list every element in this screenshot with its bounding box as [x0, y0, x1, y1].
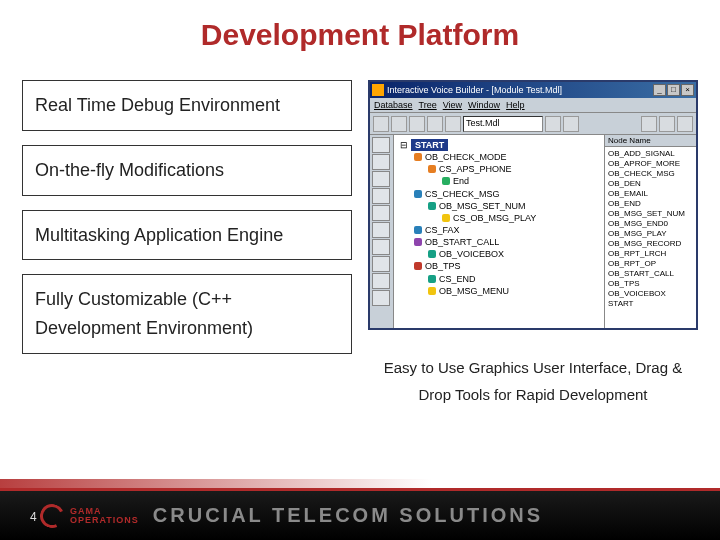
tree-node[interactable]: CS_CHECK_MSG — [400, 188, 602, 200]
menu-item[interactable]: Tree — [419, 100, 437, 110]
brand-name: GAMAOPERATIONS — [70, 507, 139, 525]
node-icon — [414, 190, 422, 198]
tree-node[interactable]: OB_VOICEBOX — [400, 248, 602, 260]
list-item[interactable]: OB_MSG_PLAY — [608, 229, 693, 239]
toolbar-button[interactable] — [563, 116, 579, 132]
node-icon — [428, 287, 436, 295]
tree-view[interactable]: ⊟ START OB_CHECK_MODECS_APS_PHONEEndCS_C… — [394, 135, 604, 328]
right-column: Interactive Voice Builder - [Module Test… — [368, 80, 698, 414]
list-item[interactable]: OB_EMAIL — [608, 189, 693, 199]
palette-icon[interactable] — [372, 222, 390, 238]
screenshot-caption: Easy to Use Graphics User Interface, Dra… — [368, 348, 698, 414]
node-label: OB_START_CALL — [425, 236, 499, 248]
palette-icon[interactable] — [372, 188, 390, 204]
list-item[interactable]: START — [608, 299, 693, 309]
list-item[interactable]: OB_APROF_MORE — [608, 159, 693, 169]
feature-box: Real Time Debug Environment — [22, 80, 352, 131]
tree-node[interactable]: OB_TPS — [400, 260, 602, 272]
list-item[interactable]: OB_ADD_SIGNAL — [608, 149, 693, 159]
app-screenshot: Interactive Voice Builder - [Module Test… — [368, 80, 698, 330]
tree-node[interactable]: End — [400, 175, 602, 187]
footer-bar: 4 GAMAOPERATIONS CRUCIAL TELECOM SOLUTIO… — [0, 488, 720, 540]
toolbar-button[interactable] — [373, 116, 389, 132]
help-icon[interactable] — [677, 116, 693, 132]
menu-item[interactable]: View — [443, 100, 462, 110]
list-item[interactable]: OB_MSG_END0 — [608, 219, 693, 229]
toolbar-button[interactable] — [445, 116, 461, 132]
menubar: Database Tree View Window Help — [370, 98, 696, 113]
node-icon — [428, 250, 436, 258]
node-label: CS_END — [439, 273, 476, 285]
node-icon — [414, 238, 422, 246]
tree-node[interactable]: OB_MSG_SET_NUM — [400, 200, 602, 212]
list-item[interactable]: OB_END — [608, 199, 693, 209]
footer-tagline: CRUCIAL TELECOM SOLUTIONS — [139, 504, 708, 527]
list-item[interactable]: OB_VOICEBOX — [608, 289, 693, 299]
node-icon — [414, 262, 422, 270]
list-header[interactable]: Node Name — [605, 135, 696, 147]
list-item[interactable]: OB_MSG_SET_NUM — [608, 209, 693, 219]
list-item[interactable]: OB_RPT_OP — [608, 259, 693, 269]
list-item[interactable]: OB_TPS — [608, 279, 693, 289]
tool-palette — [370, 135, 394, 328]
list-item[interactable]: OB_RPT_LRCH — [608, 249, 693, 259]
features-column: Real Time Debug Environment On-the-fly M… — [22, 80, 352, 414]
node-label: OB_CHECK_MODE — [425, 151, 507, 163]
menu-item[interactable]: Window — [468, 100, 500, 110]
node-label: OB_MSG_MENU — [439, 285, 509, 297]
tree-node[interactable]: CS_OB_MSG_PLAY — [400, 212, 602, 224]
app-titlebar: Interactive Voice Builder - [Module Test… — [370, 82, 696, 98]
list-item[interactable]: OB_MSG_RECORD — [608, 239, 693, 249]
tree-node[interactable]: CS_FAX — [400, 224, 602, 236]
filename-field[interactable]: Test.Mdl — [463, 116, 543, 132]
list-item[interactable]: OB_START_CALL — [608, 269, 693, 279]
toolbar: Test.Mdl — [370, 113, 696, 135]
tree-node[interactable]: OB_CHECK_MODE — [400, 151, 602, 163]
menu-item[interactable]: Database — [374, 100, 413, 110]
node-label: End — [453, 175, 469, 187]
palette-icon[interactable] — [372, 239, 390, 255]
palette-icon[interactable] — [372, 205, 390, 221]
minimize-button[interactable]: _ — [653, 84, 666, 96]
brand-logo: GAMAOPERATIONS — [40, 504, 139, 528]
palette-icon[interactable] — [372, 171, 390, 187]
tree-root[interactable]: START — [411, 139, 448, 151]
feature-box: On-the-fly Modifications — [22, 145, 352, 196]
tree-expand-icon[interactable]: ⊟ — [400, 139, 408, 151]
menu-item[interactable]: Help — [506, 100, 525, 110]
toolbar-button[interactable] — [427, 116, 443, 132]
maximize-button[interactable]: □ — [667, 84, 680, 96]
node-label: CS_OB_MSG_PLAY — [453, 212, 536, 224]
palette-icon[interactable] — [372, 290, 390, 306]
palette-icon[interactable] — [372, 137, 390, 153]
feature-box: Multitasking Application Engine — [22, 210, 352, 261]
node-icon — [414, 153, 422, 161]
node-label: OB_VOICEBOX — [439, 248, 504, 260]
list-item[interactable]: OB_CHECK_MSG — [608, 169, 693, 179]
toolbar-button[interactable] — [641, 116, 657, 132]
palette-icon[interactable] — [372, 273, 390, 289]
toolbar-button[interactable] — [409, 116, 425, 132]
tree-node[interactable]: OB_MSG_MENU — [400, 285, 602, 297]
logo-mark-icon — [37, 500, 68, 531]
node-label: OB_TPS — [425, 260, 461, 272]
node-icon — [442, 177, 450, 185]
node-list-panel: Node Name OB_ADD_SIGNALOB_APROF_MOREOB_C… — [604, 135, 696, 328]
app-icon — [372, 84, 384, 96]
content-area: Real Time Debug Environment On-the-fly M… — [0, 80, 720, 414]
page-number: 4 — [30, 510, 37, 524]
app-title: Interactive Voice Builder - [Module Test… — [387, 85, 562, 95]
palette-icon[interactable] — [372, 256, 390, 272]
toolbar-button[interactable] — [545, 116, 561, 132]
tree-node[interactable]: OB_START_CALL — [400, 236, 602, 248]
close-button[interactable]: × — [681, 84, 694, 96]
node-icon — [442, 214, 450, 222]
node-label: OB_MSG_SET_NUM — [439, 200, 526, 212]
tree-node[interactable]: CS_END — [400, 273, 602, 285]
list-body[interactable]: OB_ADD_SIGNALOB_APROF_MOREOB_CHECK_MSGOB… — [605, 147, 696, 311]
palette-icon[interactable] — [372, 154, 390, 170]
tree-node[interactable]: CS_APS_PHONE — [400, 163, 602, 175]
toolbar-button[interactable] — [391, 116, 407, 132]
toolbar-button[interactable] — [659, 116, 675, 132]
list-item[interactable]: OB_DEN — [608, 179, 693, 189]
